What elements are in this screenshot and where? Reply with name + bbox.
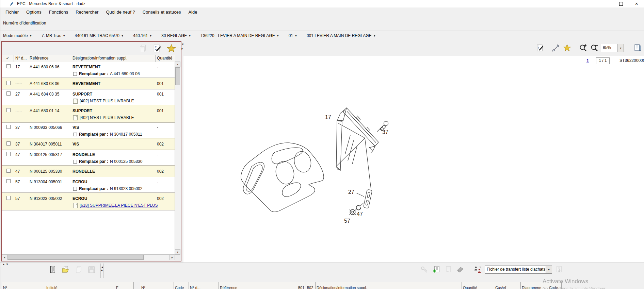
table-row[interactable]: -----A 441 680 03 06REVETEMENT001 [2,78,175,89]
bottom-table-column[interactable]: Référence [219,282,297,289]
replace-checkbox[interactable] [73,160,77,164]
zoom-in-icon[interactable] [578,43,588,53]
breadcrumb-label: 440.161 [133,33,148,38]
column-header-quantity[interactable]: Quantité [156,55,174,62]
menu-item-2[interactable]: Fonctions [45,8,72,16]
bottom-table-column[interactable]: 502 [306,282,316,289]
key-icon[interactable] [420,265,429,274]
horizontal-scrollbar[interactable]: ◄ ► [2,254,175,260]
column-header-number[interactable]: N° d... [14,55,28,62]
page-number-link[interactable]: 1 [586,58,589,63]
row-checkbox[interactable] [6,125,11,129]
breadcrumb-item-7[interactable]: 001 LEVIER A MAIN DE REGLAGE▼ [307,33,376,38]
bottom-table-column[interactable]: Code [174,282,189,289]
edit-notes-icon[interactable] [151,43,162,54]
chevron-down-icon[interactable]: ▼ [617,44,624,52]
copy-document-icon[interactable] [444,265,453,274]
row-checkbox[interactable] [6,108,11,112]
splitter-collapse-down-icon[interactable]: ▼ [6,263,9,266]
row-checkbox[interactable] [6,141,11,146]
favorites-star-icon[interactable] [562,43,572,53]
note-link[interactable]: [618] SUPPRIMEE,LA PIECE N'EST PLUS [80,203,158,208]
table-row[interactable]: 57N 913004 005001ECROU-Remplacé par :N 9… [2,177,175,193]
close-button[interactable]: ✕ [629,0,644,7]
column-header-check[interactable]: ✓ [2,55,14,62]
bottom-table-column[interactable]: Intitulé [45,282,115,289]
row-checkbox[interactable] [6,179,11,183]
note-document-icon[interactable] [73,99,78,104]
note-document-icon[interactable] [73,115,78,120]
replace-checkbox[interactable] [73,72,77,76]
breadcrumb-item-6[interactable]: 01▼ [289,33,297,38]
bottom-table-column[interactable]: F [115,282,134,289]
column-header-reference[interactable]: Référence [28,55,71,62]
replace-checkbox[interactable] [73,187,77,191]
open-folder-icon[interactable] [61,265,70,274]
transfer-list-icon[interactable] [473,265,482,274]
table-row[interactable]: -----A 441 680 01 14SUPPORT001[402] N'ES… [2,105,175,123]
fit-view-icon[interactable] [551,43,561,53]
table-row[interactable]: 37N 000933 005066VIS-Remplacé par :N 304… [2,123,175,138]
table-row[interactable]: 47N 000125 005330RONDELLE002 [2,166,175,177]
row-checkbox[interactable] [6,81,11,85]
bottom-table-column[interactable]: 501 [297,282,306,289]
note-document-icon[interactable] [73,203,78,208]
eraser-icon[interactable] [455,265,465,274]
scroll-right-button[interactable]: ► [170,255,175,260]
bottom-table-column[interactable]: N° [140,282,174,289]
table-row[interactable]: 57N 913023 005002ECROU002[618] SUPPRIMEE… [2,193,175,210]
scroll-up-button[interactable]: ▲ [175,62,180,67]
breadcrumb-item-4[interactable]: 30 REGLAGE▼ [161,33,191,38]
menu-item-3[interactable]: Rechercher [72,8,102,16]
add-document-icon[interactable] [432,265,441,274]
bottom-table-column[interactable]: N° d... [189,282,219,289]
menu-item-1[interactable]: Options [22,8,45,16]
horizontal-scroll-thumb[interactable] [7,255,144,260]
scroll-left-button[interactable]: ◄ [2,255,7,260]
table-row[interactable]: 17A 441 680 06 06REVETEMENT-Remplacé par… [2,62,175,78]
page-count-box[interactable]: 1 / 1 [596,57,610,64]
row-checkbox[interactable] [6,169,11,173]
download-document-icon[interactable] [554,265,564,274]
menu-item-4[interactable]: Quoi de neuf ? [102,8,139,16]
breadcrumb-item-0[interactable]: Mode modèle▼ [3,33,32,38]
chevron-down-icon[interactable]: ▼ [546,266,552,273]
breadcrumb-item-5[interactable]: T36220 - LEVIER A MAIN DE REGLAGE▼ [200,33,279,38]
bottom-table-column[interactable]: Désignation/information suppl. [316,282,462,289]
save-icon[interactable] [87,265,96,274]
breadcrumb-item-2[interactable]: 440161 MB-TRAC 65/70▼ [75,33,124,38]
bottom-table-column[interactable]: Cas/ef [494,282,521,289]
row-checkbox[interactable] [6,152,11,156]
copy-pages-icon[interactable] [137,43,148,54]
vertical-scrollbar[interactable]: ▲ ▼ [175,62,181,255]
zoom-out-icon[interactable] [590,43,599,53]
table-row[interactable]: 37N 304017 005011VIS002 [2,138,175,150]
row-checkbox[interactable] [6,64,11,68]
table-row[interactable]: 27A 441 684 03 35SUPPORT001[402] N'EST P… [2,89,175,105]
favorites-star-icon[interactable] [166,43,177,54]
breadcrumb-item-1[interactable]: 7. MB Trac▼ [42,33,65,38]
edit-notes-icon[interactable] [535,43,545,53]
menu-item-5[interactable]: Conseils et astuces [139,8,185,16]
bottom-table-column[interactable]: N° [2,282,45,289]
maximize-button[interactable] [613,0,629,7]
row-checkbox[interactable] [6,91,11,96]
zoom-level-select[interactable]: 85% ▼ [601,44,624,52]
minimize-button[interactable]: ─ [597,0,613,7]
copy-icon[interactable] [74,265,83,274]
splitter-collapse-up-icon[interactable]: ▲ [2,263,5,266]
scroll-down-button[interactable]: ▼ [175,249,180,255]
breadcrumb-item-3[interactable]: 440.161▼ [133,33,152,38]
replace-checkbox[interactable] [73,133,77,136]
document-list-icon[interactable] [48,265,58,274]
menu-item-6[interactable]: Aide [184,8,201,16]
menu-item-0[interactable]: Fichier [2,8,22,16]
table-row[interactable]: 47N 000125 005317RONDELLE-Remplacé par :… [2,150,175,166]
vertical-scroll-thumb[interactable] [175,67,180,85]
page-list-icon[interactable] [633,43,643,52]
transfer-list-select[interactable]: Fichier de transfert liste d'achats ▼ [485,266,552,274]
bottom-splitter[interactable]: ◄► [100,264,104,278]
row-checkbox[interactable] [6,196,11,200]
column-header-designation[interactable]: Désignation/information suppl. [71,55,156,62]
bottom-table-column[interactable]: Quantité [462,282,494,289]
